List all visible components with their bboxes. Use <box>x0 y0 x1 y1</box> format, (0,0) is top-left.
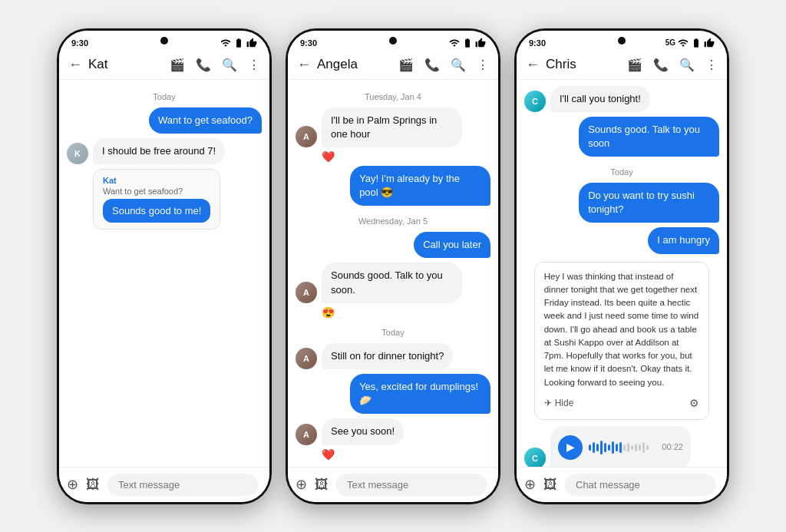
back-button-2[interactable]: ← <box>297 57 311 73</box>
status-bar-1: 9:30 <box>59 31 269 52</box>
call-icon-2[interactable]: 📞 <box>424 58 440 72</box>
date-today-3: Today <box>524 167 719 177</box>
header-icons-3: 🎬 📞 🔍 ⋮ <box>627 58 718 72</box>
add-icon-2[interactable]: ⊕ <box>296 476 307 493</box>
quoted-name-1: Kat <box>103 176 210 185</box>
reaction-a2: 😍 <box>322 306 490 319</box>
quoted-text-1: Want to get seafood? <box>103 187 210 196</box>
play-button-3[interactable]: ▶ <box>558 435 583 460</box>
quoted-msg-1: Kat Want to get seafood? Sounds good to … <box>67 169 262 230</box>
status-icons-1 <box>220 38 257 48</box>
bubble-1: Want to get seafood? <box>149 107 262 134</box>
contact-name-2: Angela <box>317 57 392 72</box>
bubble-2: I should be free around 7! <box>93 138 225 164</box>
settings-button-3[interactable]: ⚙ <box>689 395 699 411</box>
status-bar-3: 9:30 5G <box>517 31 727 52</box>
date-today-1: Today <box>67 92 262 101</box>
add-icon-1[interactable]: ⊕ <box>67 476 78 493</box>
msg-recv-angela-2: A Sounds good. Talk to you soon. <box>296 263 490 302</box>
phone-2: 9:30 ← Angela 🎬 📞 🔍 ⋮ Tuesd <box>286 28 500 504</box>
time-1: 9:30 <box>71 38 88 48</box>
msg-recv-angela-1: A I'll be in Palm Springs in one hour <box>296 107 490 147</box>
suggestion-footer-3: ✈ Hide ⚙ <box>544 395 700 411</box>
video-icon-3[interactable]: 🎬 <box>627 58 642 72</box>
sticker-icon-1[interactable]: 🖼 <box>86 477 100 493</box>
contact-name-1: Kat <box>88 57 163 72</box>
more-icon-2[interactable]: ⋮ <box>477 58 489 72</box>
msg-sent-chris-2: Do you want to try sushi tonight? <box>524 183 719 223</box>
msg-sent-1: Want to get seafood? <box>67 107 262 134</box>
notch-3 <box>618 37 626 45</box>
sticker-icon-2[interactable]: 🖼 <box>315 477 329 493</box>
time-3: 9:30 <box>529 38 546 48</box>
avatar-angela: A <box>296 126 317 147</box>
bubble-c4: I am hungry <box>648 227 719 253</box>
emoji-icon-1[interactable]: ☺ <box>266 477 269 493</box>
bubble-a4: Sounds good. Talk to you soon. <box>322 263 462 302</box>
search-icon-3[interactable]: 🔍 <box>679 58 695 72</box>
emoji-icon-3[interactable]: ☺ <box>723 477 727 493</box>
msg-recv-chris-1: C I'll call you tonight! <box>524 86 719 112</box>
bubble-c1: I'll call you tonight! <box>550 86 650 112</box>
more-icon-3[interactable]: ⋮ <box>705 58 718 72</box>
avatar-chris: C <box>524 91 546 112</box>
avatar-chris-voice: C <box>524 448 546 467</box>
call-icon-1[interactable]: 📞 <box>196 58 211 72</box>
emoji-icon-2[interactable]: ☺ <box>494 477 498 493</box>
video-icon-2[interactable]: 🎬 <box>398 58 414 72</box>
msg-sent-chris-3: I am hungry <box>524 227 719 253</box>
call-icon-3[interactable]: 📞 <box>653 58 669 72</box>
chat-body-3: C I'll call you tonight! Sounds good. Ta… <box>517 80 727 467</box>
search-icon-1[interactable]: 🔍 <box>222 58 237 72</box>
notch-2 <box>389 37 397 45</box>
back-button-3[interactable]: ← <box>526 57 540 73</box>
msg-recv-angela-3: A Still on for dinner tonight? <box>296 343 490 369</box>
hide-button-3[interactable]: ✈ Hide <box>544 396 574 410</box>
msg-recv-1: K I should be free around 7! <box>67 138 262 164</box>
chat-header-1: ← Kat 🎬 📞 🔍 ⋮ <box>59 52 269 80</box>
hide-icon-3: ✈ <box>544 396 552 410</box>
voice-row-3: ▶ <box>558 432 683 463</box>
bubble-c3: Do you want to try sushi tonight? <box>579 183 719 223</box>
search-icon-2[interactable]: 🔍 <box>451 58 466 72</box>
message-input-3[interactable] <box>565 474 715 496</box>
quoted-bubble-1: Kat Want to get seafood? Sounds good to … <box>93 169 220 230</box>
video-icon-1[interactable]: 🎬 <box>170 58 185 72</box>
suggestion-text-3: Hey I was thinking that instead of dinne… <box>544 270 700 389</box>
contact-name-3: Chris <box>546 57 621 72</box>
sticker-icon-3[interactable]: 🖼 <box>543 477 557 493</box>
phones-container: 9:30 ← Kat 🎬 📞 🔍 ⋮ Today <box>41 13 745 520</box>
quoted-reply-1: Sounds good to me! <box>103 199 210 223</box>
header-icons-1: 🎬 📞 🔍 ⋮ <box>170 58 260 72</box>
status-icons-3: 5G <box>665 38 715 48</box>
phone-1: 9:30 ← Kat 🎬 📞 🔍 ⋮ Today <box>57 28 272 504</box>
status-bar-2: 9:30 <box>288 31 498 52</box>
bubble-c2: Sounds good. Talk to you soon <box>579 117 719 157</box>
time-2: 9:30 <box>300 38 317 48</box>
bubble-a2: Yay! I'm already by the pool 😎 <box>350 166 490 206</box>
date-jan5: Wednesday, Jan 5 <box>296 216 490 226</box>
avatar-kat: K <box>67 143 88 164</box>
voice-time-3: 00:22 <box>662 441 683 453</box>
more-icon-1[interactable]: ⋮ <box>248 58 260 72</box>
message-input-1[interactable] <box>107 474 258 496</box>
msg-sent-angela-2: Call you later <box>296 232 490 258</box>
reaction-a1: ❤️ <box>322 150 490 163</box>
msg-recv-angela-4: A See you soon! <box>296 418 490 444</box>
suggestion-box-3: Hey I was thinking that instead of dinne… <box>534 262 710 420</box>
message-input-2[interactable] <box>336 474 487 496</box>
voice-msg-row: C ▶ <box>524 426 719 467</box>
back-button-1[interactable]: ← <box>68 57 82 73</box>
voice-bubble: ▶ <box>550 426 691 467</box>
chat-footer-2: ⊕ 🖼 ☺ 🎤 <box>288 467 498 502</box>
phone-3: 9:30 5G ← Chris 🎬 📞 🔍 ⋮ <box>514 28 729 504</box>
notch-1 <box>160 37 168 45</box>
waveform-3 <box>589 441 656 454</box>
msg-sent-chris-1: Sounds good. Talk to you soon <box>524 117 719 157</box>
chat-body-2: Tuesday, Jan 4 A I'll be in Palm Springs… <box>288 80 498 467</box>
chat-header-2: ← Angela 🎬 📞 🔍 ⋮ <box>288 52 498 80</box>
status-icons-2 <box>449 38 486 48</box>
bubble-a7: See you soon! <box>322 418 404 444</box>
add-icon-3[interactable]: ⊕ <box>524 476 536 493</box>
reaction-a3: ❤️ <box>322 448 490 461</box>
